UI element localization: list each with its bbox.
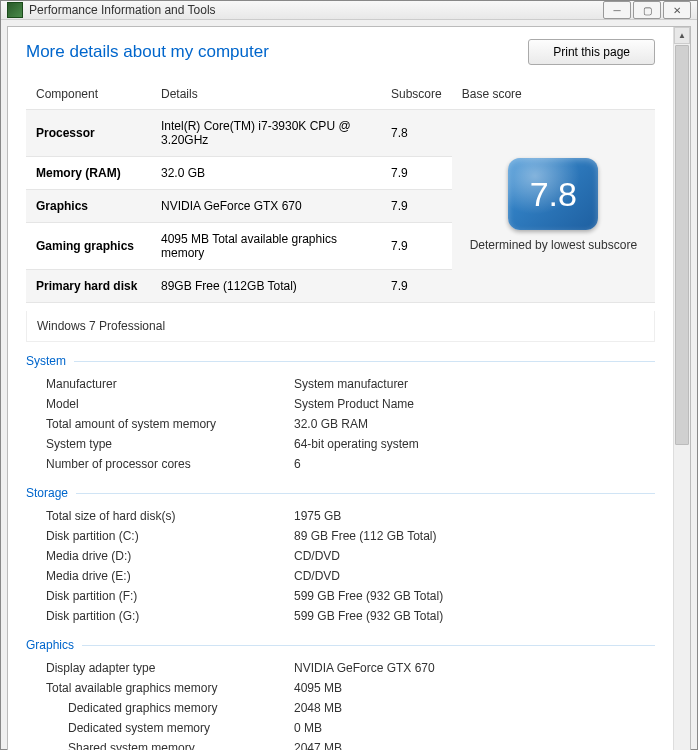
section-header-storage: Storage (26, 486, 655, 500)
window: Performance Information and Tools ─ ▢ ✕ … (0, 0, 698, 750)
section-header-system: System (26, 354, 655, 368)
kv-row: Display adapter typeNVIDIA GeForce GTX 6… (26, 658, 655, 678)
cell-component: Processor (26, 110, 151, 157)
base-score-cell: 7.8 Determined by lowest subscore (452, 110, 655, 303)
system-section: ManufacturerSystem manufacturer ModelSys… (26, 374, 655, 474)
section-header-graphics: Graphics (26, 638, 655, 652)
cell-details: 4095 MB Total available graphics memory (151, 223, 381, 270)
kv-key: Total size of hard disk(s) (46, 509, 294, 523)
cell-component: Graphics (26, 190, 151, 223)
close-button[interactable]: ✕ (663, 1, 691, 19)
content-inner: More details about my computer Print thi… (7, 26, 691, 750)
print-button[interactable]: Print this page (528, 39, 655, 65)
kv-row: Dedicated system memory0 MB (26, 718, 655, 738)
kv-key: System type (46, 437, 294, 451)
cell-subscore: 7.8 (381, 110, 452, 157)
header-row: More details about my computer Print thi… (26, 39, 655, 65)
kv-row: Disk partition (C:)89 GB Free (112 GB To… (26, 526, 655, 546)
cell-details: NVIDIA GeForce GTX 670 (151, 190, 381, 223)
kv-val: CD/DVD (294, 569, 655, 583)
kv-key: Shared system memory (68, 741, 294, 750)
os-edition: Windows 7 Professional (26, 311, 655, 342)
kv-row: ManufacturerSystem manufacturer (26, 374, 655, 394)
kv-key: Dedicated system memory (68, 721, 294, 735)
kv-row: ModelSystem Product Name (26, 394, 655, 414)
cell-component: Gaming graphics (26, 223, 151, 270)
table-row: Processor Intel(R) Core(TM) i7-3930K CPU… (26, 110, 655, 157)
titlebar[interactable]: Performance Information and Tools ─ ▢ ✕ (1, 1, 697, 20)
kv-val: 89 GB Free (112 GB Total) (294, 529, 655, 543)
col-component: Component (26, 79, 151, 110)
col-subscore: Subscore (381, 79, 452, 110)
kv-val: NVIDIA GeForce GTX 670 (294, 661, 655, 675)
kv-val: CD/DVD (294, 549, 655, 563)
kv-row: Total size of hard disk(s)1975 GB (26, 506, 655, 526)
maximize-button[interactable]: ▢ (633, 1, 661, 19)
table-header-row: Component Details Subscore Base score (26, 79, 655, 110)
vertical-scrollbar[interactable]: ▲ ▼ (673, 27, 690, 750)
cell-subscore: 7.9 (381, 190, 452, 223)
kv-key: Manufacturer (46, 377, 294, 391)
kv-row: System type64-bit operating system (26, 434, 655, 454)
scroll-thumb[interactable] (675, 45, 689, 445)
kv-key: Disk partition (F:) (46, 589, 294, 603)
kv-key: Media drive (E:) (46, 569, 294, 583)
kv-val: System manufacturer (294, 377, 655, 391)
cell-details: 89GB Free (112GB Total) (151, 270, 381, 303)
kv-row: Shared system memory2047 MB (26, 738, 655, 750)
kv-val: 2048 MB (294, 701, 655, 715)
kv-key: Dedicated graphics memory (68, 701, 294, 715)
cell-details: 32.0 GB (151, 157, 381, 190)
kv-key: Total available graphics memory (46, 681, 294, 695)
cell-component: Memory (RAM) (26, 157, 151, 190)
kv-key: Number of processor cores (46, 457, 294, 471)
kv-val: 1975 GB (294, 509, 655, 523)
base-score-caption: Determined by lowest subscore (462, 238, 645, 254)
cell-component: Primary hard disk (26, 270, 151, 303)
col-base: Base score (452, 79, 655, 110)
kv-key: Display adapter type (46, 661, 294, 675)
cell-subscore: 7.9 (381, 270, 452, 303)
base-score-badge: 7.8 (508, 158, 598, 230)
kv-key: Disk partition (G:) (46, 609, 294, 623)
app-icon (7, 2, 23, 18)
kv-val: 599 GB Free (932 GB Total) (294, 609, 655, 623)
kv-key: Media drive (D:) (46, 549, 294, 563)
scroll-area[interactable]: More details about my computer Print thi… (8, 27, 673, 750)
kv-row: Total available graphics memory4095 MB (26, 678, 655, 698)
cell-subscore: 7.9 (381, 157, 452, 190)
window-title: Performance Information and Tools (29, 3, 601, 17)
kv-val: 4095 MB (294, 681, 655, 695)
kv-row: Disk partition (F:)599 GB Free (932 GB T… (26, 586, 655, 606)
kv-row: Dedicated graphics memory2048 MB (26, 698, 655, 718)
content-wrap: More details about my computer Print thi… (1, 20, 697, 750)
storage-section: Total size of hard disk(s)1975 GB Disk p… (26, 506, 655, 626)
kv-key: Total amount of system memory (46, 417, 294, 431)
page-title: More details about my computer (26, 42, 269, 62)
graphics-section: Display adapter typeNVIDIA GeForce GTX 6… (26, 658, 655, 750)
kv-val: 32.0 GB RAM (294, 417, 655, 431)
kv-key: Model (46, 397, 294, 411)
kv-val: 599 GB Free (932 GB Total) (294, 589, 655, 603)
scroll-up-button[interactable]: ▲ (674, 27, 690, 44)
kv-val: 64-bit operating system (294, 437, 655, 451)
kv-row: Number of processor cores6 (26, 454, 655, 474)
base-score-value: 7.8 (530, 175, 577, 214)
kv-row: Media drive (D:)CD/DVD (26, 546, 655, 566)
kv-row: Total amount of system memory32.0 GB RAM (26, 414, 655, 434)
kv-row: Disk partition (G:)599 GB Free (932 GB T… (26, 606, 655, 626)
minimize-button[interactable]: ─ (603, 1, 631, 19)
kv-val: System Product Name (294, 397, 655, 411)
col-details: Details (151, 79, 381, 110)
scores-table: Component Details Subscore Base score Pr… (26, 79, 655, 303)
kv-row: Media drive (E:)CD/DVD (26, 566, 655, 586)
kv-val: 2047 MB (294, 741, 655, 750)
kv-val: 0 MB (294, 721, 655, 735)
kv-val: 6 (294, 457, 655, 471)
cell-subscore: 7.9 (381, 223, 452, 270)
kv-key: Disk partition (C:) (46, 529, 294, 543)
cell-details: Intel(R) Core(TM) i7-3930K CPU @ 3.20GHz (151, 110, 381, 157)
